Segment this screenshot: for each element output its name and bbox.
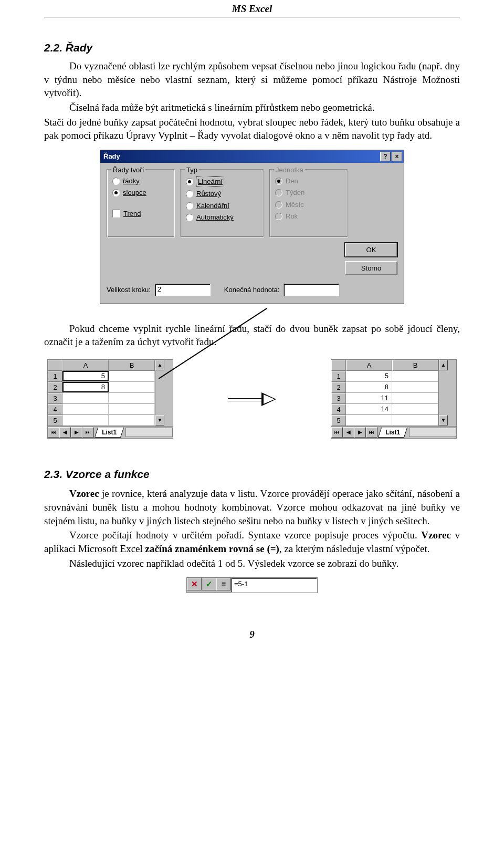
row-header[interactable]: 3 — [331, 393, 346, 404]
header-rule — [44, 17, 460, 17]
cell-b3[interactable] — [109, 393, 155, 403]
rady-para-4: Pokud chceme vyplnit rychle lineární řad… — [44, 322, 460, 349]
sheet-tab[interactable]: List1 — [378, 428, 407, 438]
col-header-a[interactable]: A — [62, 360, 109, 371]
spreadsheet-after: AB▲ 15 28 311 414 5▼ ⏮ ◀ ▶ ⏭ List1 — [331, 359, 457, 439]
spreadsheet-before: AB▲ 15 28 3 4 5▼ ⏮ ◀ ▶ ⏭ List1 — [47, 359, 173, 439]
tab-nav-first-icon[interactable]: ⏮ — [331, 427, 343, 438]
formula-bar: ✕ ✓ = =5-1 — [186, 577, 318, 593]
tab-nav-prev-icon[interactable]: ◀ — [343, 427, 354, 438]
confirm-formula-icon[interactable]: ✓ — [202, 578, 216, 590]
row-header[interactable]: 4 — [48, 404, 62, 415]
row-header[interactable]: 5 — [48, 415, 62, 426]
cell-a1[interactable]: 5 — [346, 371, 392, 381]
tab-nav-last-icon[interactable]: ⏭ — [366, 427, 377, 438]
radio-rustovy[interactable]: Růstový — [186, 189, 258, 199]
vzorce-para-2: Vzorce počítají hodnoty v určitém pořadí… — [44, 528, 460, 555]
cancel-button[interactable]: Storno — [345, 261, 397, 275]
group-rady-tvori: Řady tvoří řádky sloupce Trend — [107, 169, 175, 237]
end-label: Konečná hodnota: — [224, 285, 280, 295]
help-icon[interactable]: ? — [380, 152, 391, 161]
col-header-b[interactable]: B — [392, 360, 438, 371]
tab-nav-next-icon[interactable]: ▶ — [71, 427, 82, 438]
sheet-tab[interactable]: List1 — [94, 428, 124, 438]
scroll-down-icon[interactable]: ▼ — [155, 415, 164, 425]
cell-b2[interactable] — [392, 382, 438, 392]
doc-header: MS Excel — [44, 0, 460, 16]
cell-a5[interactable] — [62, 415, 109, 425]
formula-input[interactable]: =5-1 — [231, 578, 317, 593]
cell-a2[interactable]: 8 — [346, 382, 392, 392]
ok-button[interactable]: OK — [345, 243, 397, 257]
end-input[interactable] — [284, 284, 339, 296]
horizontal-scrollbar[interactable] — [125, 428, 173, 437]
cell-b5[interactable] — [109, 415, 155, 425]
tab-nav-prev-icon[interactable]: ◀ — [59, 427, 71, 438]
row-header[interactable]: 2 — [48, 382, 62, 393]
col-header-a[interactable]: A — [346, 360, 392, 371]
scroll-up-icon[interactable]: ▲ — [155, 360, 164, 370]
group-typ: Typ Lineární Růstový Kalendářní Automati… — [180, 169, 264, 237]
cancel-formula-icon[interactable]: ✕ — [187, 578, 202, 590]
cell-a4[interactable] — [62, 404, 109, 414]
close-icon[interactable]: × — [392, 152, 402, 161]
radio-automaticky[interactable]: Automatický — [186, 213, 258, 222]
rady-para-3: Stačí do jedné buňky zapsat počáteční ho… — [44, 116, 460, 142]
cell-b1[interactable] — [392, 371, 438, 381]
cell-b1[interactable] — [109, 371, 155, 381]
cell-b3[interactable] — [392, 393, 438, 403]
radio-radky[interactable]: řádky — [112, 176, 169, 186]
step-input[interactable]: 2 — [155, 284, 211, 296]
series-dialog: Řady ? × Řady tvoří řádky sloupce Trend … — [100, 150, 404, 304]
radio-mesic: Měsíc — [275, 200, 342, 210]
scroll-up-icon[interactable]: ▲ — [439, 360, 448, 370]
cell-a2[interactable]: 8 — [62, 382, 109, 392]
radio-kalendarni[interactable]: Kalendářní — [186, 201, 258, 211]
cell-b4[interactable] — [392, 404, 438, 414]
horizontal-scrollbar[interactable] — [409, 428, 456, 437]
cell-a4[interactable]: 14 — [346, 404, 392, 414]
vzorce-para-3: Následující vzorec například odečítá 1 o… — [44, 557, 460, 570]
tab-nav-first-icon[interactable]: ⏮ — [48, 427, 59, 438]
radio-rok: Rok — [275, 212, 342, 221]
dialog-title: Řady — [103, 152, 120, 161]
row-header[interactable]: 5 — [331, 415, 346, 426]
scroll-down-icon[interactable]: ▼ — [439, 415, 448, 425]
col-header-b[interactable]: B — [109, 360, 155, 371]
cell-b5[interactable] — [392, 415, 438, 425]
vzorce-para-1: Vzorec je rovnice, která analyzuje data … — [44, 487, 460, 527]
group-title: Jednotka — [274, 165, 305, 175]
group-jednotka: Jednotka Den Týden Měsíc Rok — [269, 169, 348, 237]
radio-linearni[interactable]: Lineární — [186, 176, 258, 187]
row-header[interactable]: 3 — [48, 393, 62, 404]
section-rady-title: 2.2. Řady — [44, 40, 460, 55]
rady-para-1: Do vyznačené oblasti lze rychlým způsobe… — [44, 59, 460, 100]
tab-nav-last-icon[interactable]: ⏭ — [82, 427, 94, 438]
group-title: Řady tvoří — [111, 165, 145, 175]
equals-icon[interactable]: = — [216, 578, 231, 590]
radio-den: Den — [275, 176, 342, 186]
row-header[interactable]: 1 — [331, 371, 346, 382]
cell-a3[interactable]: 11 — [346, 393, 392, 403]
row-header[interactable]: 2 — [331, 382, 346, 393]
cell-b4[interactable] — [109, 404, 155, 414]
step-label: Velikost kroku: — [107, 285, 151, 295]
cell-a1[interactable]: 5 — [62, 371, 109, 381]
rady-para-2: Číselná řada může být aritmetická s line… — [44, 101, 460, 115]
radio-sloupce[interactable]: sloupce — [112, 188, 169, 198]
cell-a3[interactable] — [62, 393, 109, 403]
cell-b2[interactable] — [109, 382, 155, 392]
radio-tyden: Týden — [275, 188, 342, 198]
dialog-titlebar[interactable]: Řady ? × — [100, 150, 404, 163]
section-vzorce-title: 2.3. Vzorce a funkce — [44, 467, 460, 482]
page-number: 9 — [44, 628, 460, 641]
group-title: Typ — [185, 165, 199, 175]
row-header[interactable]: 1 — [48, 371, 62, 382]
arrow-right-icon — [228, 392, 276, 406]
cell-a5[interactable] — [346, 415, 392, 425]
row-header[interactable]: 4 — [331, 404, 346, 415]
checkbox-trend[interactable]: Trend — [112, 209, 169, 219]
tab-nav-next-icon[interactable]: ▶ — [354, 427, 366, 438]
